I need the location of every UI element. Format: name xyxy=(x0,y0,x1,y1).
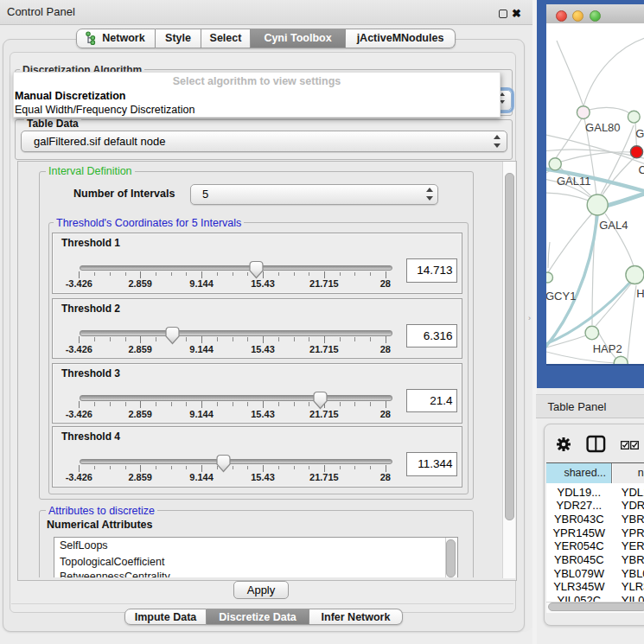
svg-text:H: H xyxy=(636,287,644,300)
svg-text:GCY1: GCY1 xyxy=(546,290,576,303)
svg-text:G.: G. xyxy=(635,127,644,140)
svg-text:GAL11: GAL11 xyxy=(557,175,591,188)
svg-text:HAP2: HAP2 xyxy=(592,342,622,355)
svg-text:GAL80: GAL80 xyxy=(585,121,620,134)
svg-text:C: C xyxy=(638,163,644,176)
svg-text:GAL4: GAL4 xyxy=(599,219,628,232)
